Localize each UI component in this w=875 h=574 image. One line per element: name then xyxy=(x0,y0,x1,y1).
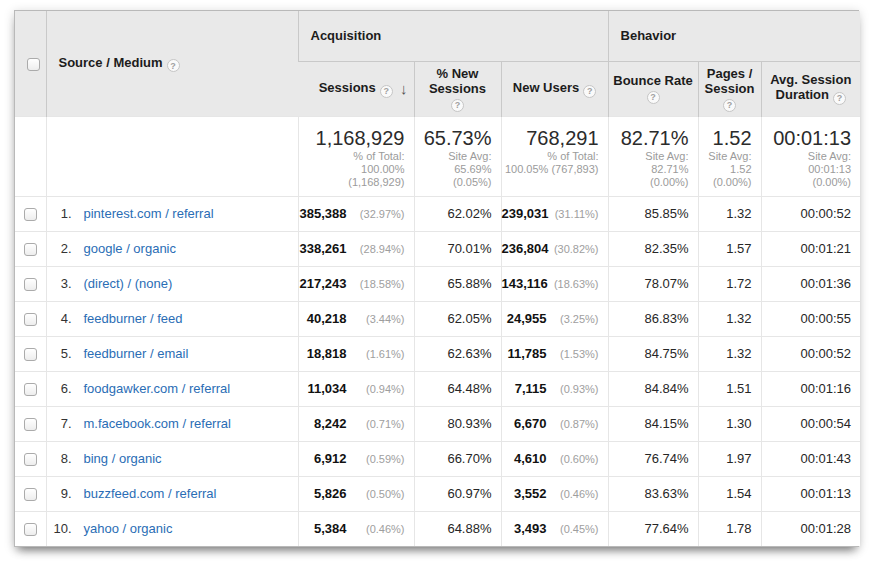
totals-pages-session-value: 1.52 xyxy=(699,126,752,150)
new-users-value: 24,955 xyxy=(502,311,547,326)
select-all-checkbox[interactable] xyxy=(27,58,40,71)
row-checkbox[interactable] xyxy=(24,313,37,326)
totals-avg-duration-sub: Site Avg: xyxy=(762,150,852,163)
new-users-value: 143,116 xyxy=(502,276,548,291)
sessions-cell: 338,261 (28.94%) xyxy=(298,231,414,266)
new-users-cell: 6,670 (0.87%) xyxy=(501,406,608,441)
sessions-percent: (32.97%) xyxy=(347,208,405,220)
new-users-cell: 239,031 (31.11%) xyxy=(501,196,608,231)
sessions-percent: (18.58%) xyxy=(347,278,405,290)
pct-new-sessions-cell: 62.02% xyxy=(414,196,501,231)
help-icon[interactable]: ? xyxy=(583,85,596,98)
source-medium-link[interactable]: pinterest.com / referral xyxy=(84,206,214,221)
table-row: 6.foodgawker.com / referral 11,034 (0.94… xyxy=(15,371,860,406)
source-medium-cell: 9.buzzfeed.com / referral xyxy=(46,476,298,511)
source-medium-link[interactable]: google / organic xyxy=(84,241,177,256)
help-icon[interactable]: ? xyxy=(723,99,736,112)
table-row: 10.yahoo / organic 5,384 (0.46%) 64.88% … xyxy=(15,511,860,546)
source-medium-link[interactable]: bing / organic xyxy=(84,451,162,466)
pages-session-cell: 1.54 xyxy=(698,476,761,511)
row-checkbox[interactable] xyxy=(24,418,37,431)
source-medium-link[interactable]: m.facebook.com / referral xyxy=(84,416,231,431)
new-users-column-header[interactable]: New Users? xyxy=(501,61,608,116)
row-checkbox[interactable] xyxy=(24,208,37,221)
source-medium-link[interactable]: buzzfeed.com / referral xyxy=(84,486,217,501)
totals-sessions-sub: % of Total: xyxy=(299,150,405,163)
totals-pct-new-sub: (0.05%) xyxy=(415,176,492,189)
source-medium-link[interactable]: yahoo / organic xyxy=(84,521,173,536)
pct-new-sessions-cell: 62.63% xyxy=(414,336,501,371)
pct-new-sessions-column-header[interactable]: % New Sessions ? xyxy=(414,61,501,116)
sessions-value: 217,243 xyxy=(299,276,347,291)
new-users-percent: (1.53%) xyxy=(547,348,599,360)
new-users-percent: (31.11%) xyxy=(549,208,599,220)
new-users-cell: 4,610 (0.60%) xyxy=(501,441,608,476)
acquisition-label: Acquisition xyxy=(311,28,382,43)
row-checkbox[interactable] xyxy=(24,278,37,291)
source-medium-link[interactable]: feedburner / email xyxy=(84,346,189,361)
totals-bounce-rate-sub: Site Avg: xyxy=(609,150,689,163)
new-users-percent: (3.25%) xyxy=(547,313,599,325)
row-rank: 2. xyxy=(47,241,72,256)
avg-duration-label-line1: Avg. Session xyxy=(770,72,851,87)
sessions-percent: (0.59%) xyxy=(347,453,405,465)
row-checkbox[interactable] xyxy=(24,383,37,396)
row-checkbox[interactable] xyxy=(24,523,37,536)
bounce-rate-cell: 82.35% xyxy=(608,231,698,266)
pct-new-sessions-cell: 80.93% xyxy=(414,406,501,441)
avg-duration-cell: 00:01:13 xyxy=(761,476,860,511)
bounce-rate-cell: 85.85% xyxy=(608,196,698,231)
help-icon[interactable]: ? xyxy=(380,85,393,98)
bounce-rate-column-header[interactable]: Bounce Rate ? xyxy=(608,61,698,116)
sessions-value: 338,261 xyxy=(299,241,347,256)
source-medium-link[interactable]: foodgawker.com / referral xyxy=(84,381,231,396)
sessions-percent: (1.61%) xyxy=(347,348,405,360)
behavior-label: Behavior xyxy=(621,28,677,43)
help-icon[interactable]: ? xyxy=(647,91,660,104)
new-users-label: New Users xyxy=(513,80,579,95)
sort-descending-icon: ↓ xyxy=(400,81,408,96)
sessions-column-header[interactable]: Sessions? ↓ xyxy=(298,61,414,116)
totals-empty-cell xyxy=(46,116,298,196)
row-checkbox-cell xyxy=(15,511,46,546)
bounce-rate-label: Bounce Rate xyxy=(613,73,692,88)
pct-new-sessions-cell: 62.05% xyxy=(414,301,501,336)
sessions-value: 385,388 xyxy=(299,206,347,221)
new-users-percent: (30.82%) xyxy=(549,243,599,255)
bounce-rate-cell: 76.74% xyxy=(608,441,698,476)
sessions-percent: (0.71%) xyxy=(347,418,405,430)
sessions-value: 40,218 xyxy=(299,311,347,326)
source-medium-header[interactable]: Source / Medium? xyxy=(46,11,298,116)
totals-pct-new-sessions: 65.73% Site Avg: 65.69% (0.05%) xyxy=(414,116,501,196)
new-users-value: 236,804 xyxy=(502,241,549,256)
avg-session-duration-column-header[interactable]: Avg. Session Duration? xyxy=(761,61,860,116)
help-icon[interactable]: ? xyxy=(833,92,846,105)
row-checkbox[interactable] xyxy=(24,348,37,361)
pages-session-cell: 1.72 xyxy=(698,266,761,301)
pages-session-cell: 1.32 xyxy=(698,336,761,371)
pages-session-column-header[interactable]: Pages / Session ? xyxy=(698,61,761,116)
table-row: 1.pinterest.com / referral 385,388 (32.9… xyxy=(15,196,860,231)
help-icon[interactable]: ? xyxy=(451,99,464,112)
source-medium-link[interactable]: feedburner / feed xyxy=(84,311,183,326)
avg-duration-cell: 00:01:43 xyxy=(761,441,860,476)
source-medium-cell: 5.feedburner / email xyxy=(46,336,298,371)
new-users-value: 4,610 xyxy=(502,451,547,466)
sessions-cell: 217,243 (18.58%) xyxy=(298,266,414,301)
bounce-rate-cell: 83.63% xyxy=(608,476,698,511)
sessions-percent: (0.94%) xyxy=(347,383,405,395)
row-checkbox[interactable] xyxy=(24,243,37,256)
row-checkbox-cell xyxy=(15,231,46,266)
row-checkbox[interactable] xyxy=(24,488,37,501)
source-medium-link[interactable]: (direct) / (none) xyxy=(84,276,173,291)
avg-duration-cell: 00:01:36 xyxy=(761,266,860,301)
avg-duration-cell: 00:00:52 xyxy=(761,196,860,231)
row-checkbox[interactable] xyxy=(24,453,37,466)
new-users-cell: 11,785 (1.53%) xyxy=(501,336,608,371)
avg-duration-cell: 00:01:28 xyxy=(761,511,860,546)
help-icon[interactable]: ? xyxy=(167,59,180,72)
table-row: 2.google / organic 338,261 (28.94%) 70.0… xyxy=(15,231,860,266)
sessions-percent: (0.46%) xyxy=(347,523,405,535)
row-rank: 3. xyxy=(47,276,72,291)
analytics-source-medium-table: Source / Medium? Acquisition Behavior Se… xyxy=(14,10,859,547)
